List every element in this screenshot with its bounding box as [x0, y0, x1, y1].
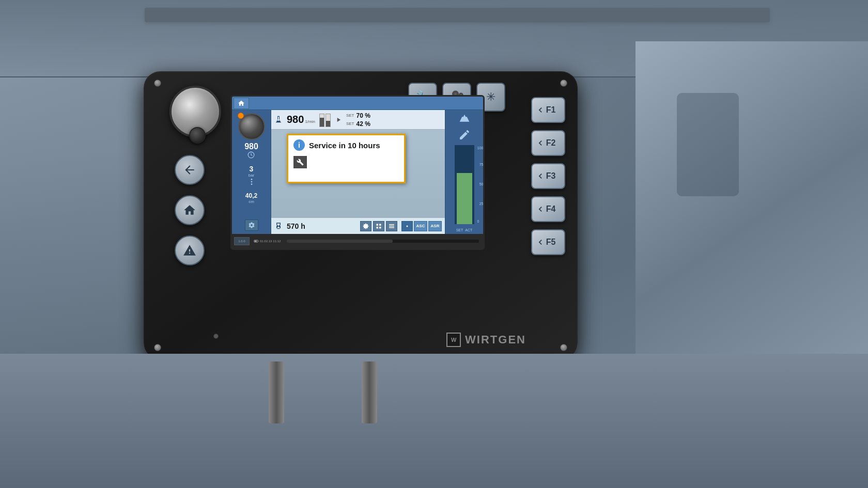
settings-btn-2[interactable] — [373, 221, 384, 231]
wirtgen-badge: W — [446, 333, 461, 347]
wrench-small-icon — [297, 159, 304, 166]
screw-tr — [560, 80, 567, 87]
asterisk-icon: ✳ — [486, 90, 495, 104]
version-text: 1.0.0 — [238, 240, 245, 243]
svg-point-2 — [251, 181, 252, 183]
f5-label: F5 — [546, 238, 556, 247]
screw-bl — [154, 344, 161, 351]
warning-button[interactable] — [175, 235, 205, 265]
depth-value: 40,2 — [245, 192, 257, 199]
road-icon — [457, 112, 472, 127]
pressure-display: 3 bar — [247, 165, 256, 188]
set-row-2: SET 42 % — [346, 120, 370, 128]
warning-icon — [183, 244, 196, 257]
slider-fill-2 — [326, 121, 330, 126]
datetime-box: 01.02.13 11:12 — [254, 239, 281, 244]
back-button[interactable] — [175, 155, 205, 185]
grid-icon — [376, 223, 382, 229]
f4-button[interactable]: F4 — [531, 196, 565, 222]
settings-small-btn[interactable] — [401, 221, 413, 231]
version-box: 1.0.0 — [234, 237, 250, 245]
display-housing: 🔧 🎥 ✳ — [144, 71, 578, 359]
alert-info-icon: i — [293, 139, 305, 151]
rpm-main-value: 980 — [287, 114, 304, 125]
screen-home-btn[interactable] — [234, 98, 249, 109]
led-indicator — [213, 334, 219, 339]
hourglass-icon — [274, 222, 283, 230]
svg-rect-5 — [377, 224, 379, 226]
screen-nav-bar — [232, 97, 483, 110]
settings-btn-3[interactable] — [386, 221, 397, 231]
slider-bar-1 — [319, 114, 324, 127]
svg-rect-15 — [255, 241, 257, 242]
alert-wrench-btn[interactable] — [293, 156, 307, 168]
bottom-frame — [0, 354, 868, 488]
chart-bar-fill — [457, 173, 472, 224]
joystick-panel — [677, 93, 739, 196]
f3-button[interactable]: F3 — [531, 163, 565, 189]
battery-icon — [254, 239, 259, 244]
metrics-row: 980 1/min — [271, 110, 445, 130]
home-icon — [183, 203, 196, 217]
svg-rect-6 — [379, 224, 381, 226]
wirtgen-brand: WIRTGEN — [465, 333, 526, 347]
set-label-2: SET — [346, 121, 354, 126]
bar-chart-container: 100 75 50 25 0 — [455, 145, 474, 224]
svg-rect-7 — [379, 227, 381, 229]
set-values: SET 70 % SET 42 % — [346, 112, 370, 128]
svg-point-3 — [251, 183, 252, 185]
hours-row: 570 h — [271, 217, 445, 234]
alert-message: Service in 10 hours — [309, 141, 380, 150]
screen-main-area: 980 1/min — [271, 110, 445, 234]
pressure-unit: bar — [247, 173, 256, 178]
f2-button[interactable]: F2 — [531, 130, 565, 156]
screen-status-bar: 1.0.0 01.02.13 11:12 — [232, 234, 483, 248]
set-label-1: SET — [346, 113, 354, 118]
scale-0: 0 — [477, 219, 479, 223]
rpm-main-unit: 1/min — [305, 119, 315, 124]
hours-value: 570 h — [287, 222, 305, 230]
alert-body — [288, 153, 404, 171]
svg-rect-11 — [389, 227, 394, 228]
mount-post-2 — [362, 361, 377, 423]
settings-btn-1[interactable] — [360, 221, 371, 231]
f1-button[interactable]: F1 — [531, 97, 565, 123]
rpm-metric: 980 1/min — [287, 114, 315, 125]
right-machinery — [636, 41, 868, 403]
home-button[interactable] — [175, 195, 205, 225]
svg-point-12 — [407, 225, 408, 227]
screen-bezel: 980 3 bar 40,2 cm — [230, 95, 485, 250]
depth-unit: cm — [245, 199, 257, 204]
scale-25: 25 — [479, 202, 484, 206]
pressure-value: 3 — [247, 165, 256, 173]
sphere-indicator — [238, 113, 265, 140]
f1-arrow-icon — [535, 105, 546, 115]
scale-100: 100 — [477, 146, 484, 150]
set-act-labels: SET ACT — [456, 228, 473, 232]
wirtgen-logo-area: W WIRTGEN — [446, 333, 526, 347]
settings-icon-left[interactable] — [245, 219, 258, 231]
service-alert[interactable]: i Service in 10 hours — [287, 134, 406, 183]
f5-button[interactable]: F5 — [531, 229, 565, 255]
set-label: SET — [456, 228, 463, 232]
act-label: ACT — [465, 228, 472, 232]
edit-icon — [458, 129, 471, 141]
date-text: 01.02.13 — [260, 240, 272, 243]
set-value-2: 42 % — [357, 120, 370, 128]
screen-right-panel: 100 75 50 25 0 — [445, 110, 483, 234]
progress-bar-container — [287, 240, 479, 243]
secondary-knob[interactable] — [189, 127, 206, 144]
slider-bar-2 — [326, 114, 331, 127]
rpm-value-left: 980 — [244, 142, 258, 151]
screw-tl — [154, 80, 161, 87]
gear-icon — [248, 222, 255, 229]
back-icon — [183, 163, 196, 177]
icon-buttons-row — [360, 221, 397, 231]
set-value-1: 70 % — [357, 112, 370, 119]
f4-arrow-icon — [535, 204, 546, 214]
level-icon-1 — [335, 116, 342, 123]
asr-btn[interactable]: ASR — [428, 221, 442, 231]
svg-rect-9 — [389, 224, 394, 225]
pressure-icon — [247, 178, 256, 186]
asc-btn[interactable]: ASC — [414, 221, 427, 231]
